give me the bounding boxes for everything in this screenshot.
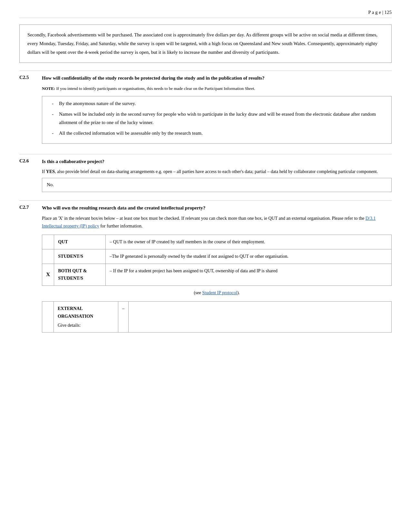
note-label: NOTE: (42, 86, 55, 91)
ip-table: QUT – QUT is the owner of IP created by … (42, 235, 392, 286)
both-desc-text: – If the IP for a student project has be… (110, 268, 277, 273)
both-checkbox: X (42, 264, 54, 286)
section-c2-5-note: NOTE: If you intend to identify particip… (42, 85, 392, 92)
section-c2-7-title: Who will own the resulting research data… (42, 204, 392, 212)
student-checkbox (42, 249, 54, 264)
bullet-box: - By the anonymous nature of the survey.… (42, 96, 392, 144)
ext-org-label-text: EXTERNAL ORGANISATION (58, 306, 93, 319)
ip-row-both: X BOTH QUT & STUDENT/S – If the IP for a… (42, 264, 392, 286)
collab-answer: No. (47, 182, 54, 187)
ip-row-student: STUDENT/S –The IP generated is personall… (42, 249, 392, 264)
collab-answer-box: No. (42, 178, 392, 192)
ext-org-dash: – (118, 302, 129, 333)
section-c2-7-content: Who will own the resulting research data… (42, 204, 392, 333)
section-c2-7: C2.7 Who will own the resulting research… (19, 200, 392, 333)
section-c2-5: C2.5 How will confidentiality of the stu… (19, 71, 392, 148)
bullet-dash-2: - (52, 110, 59, 127)
intro-paragraph-text: Secondly, Facebook advertisements will b… (27, 31, 384, 57)
bullet-text-3: All the collected information will be as… (59, 129, 385, 138)
ext-org-detail-cell[interactable] (129, 302, 392, 333)
both-x-mark: X (46, 271, 50, 277)
see-close: ). (237, 290, 240, 295)
student-ip-link[interactable]: Student IP protocol (202, 290, 237, 295)
collab-if: If (42, 169, 46, 174)
ext-org-row: EXTERNAL ORGANISATION Give details: – (42, 302, 392, 333)
see-open: (see (194, 290, 202, 295)
intro-paragraph-box: Secondly, Facebook advertisements will b… (19, 24, 392, 63)
bullet-dash-3: - (52, 129, 59, 138)
collab-yes: YES (46, 169, 55, 174)
give-details: Give details: (58, 322, 114, 329)
student-desc: –The IP generated is personally owned by… (106, 249, 392, 264)
ip-row-qut: QUT – QUT is the owner of IP created by … (42, 235, 392, 249)
qut-label-cell: QUT (54, 235, 106, 249)
bullet-text-1: By the anonymous nature of the survey. (59, 100, 385, 108)
both-label: BOTH QUT & STUDENT/S (58, 268, 87, 281)
ip-desc-1: Place an 'X' in the relevant box/es belo… (42, 216, 366, 221)
ext-org-label-cell: EXTERNAL ORGANISATION Give details: (54, 302, 118, 333)
bullet-text-2: Names will be included only in the secon… (59, 110, 385, 127)
qut-checkbox (42, 235, 54, 249)
section-c2-5-number: C2.5 (19, 74, 42, 148)
bullet-dash-1: - (52, 100, 59, 108)
student-label-cell: STUDENT/S (54, 249, 106, 264)
both-desc: – If the IP for a student project has be… (106, 264, 392, 286)
collab-rest: , also provide brief detail on data-shar… (55, 169, 378, 174)
bullet-item-2: - Names will be included only in the sec… (52, 110, 385, 127)
both-label-cell: BOTH QUT & STUDENT/S (54, 264, 106, 286)
student-label: STUDENT/S (58, 254, 83, 259)
section-c2-6-content: Is this a collaborative project? If YES,… (42, 158, 392, 195)
ip-description: Place an 'X' in the relevant box/es belo… (42, 215, 392, 230)
see-link-line: (see Student IP protocol). (42, 289, 392, 297)
ext-org-label: EXTERNAL ORGANISATION (58, 305, 114, 320)
page-number: P a g e | 125 (368, 10, 392, 15)
ext-org-checkbox (42, 302, 54, 333)
section-c2-6: C2.6 Is this a collaborative project? If… (19, 154, 392, 195)
bullet-item-3: - All the collected information will be … (52, 129, 385, 138)
page-wrapper: P a g e | 125 Secondly, Facebook adverti… (0, 0, 411, 532)
note-text: If you intend to identify participants o… (56, 86, 255, 91)
ext-org-table: EXTERNAL ORGANISATION Give details: – (42, 301, 392, 333)
page-header: P a g e | 125 (19, 10, 392, 18)
section-c2-5-content: How will confidentiality of the study re… (42, 74, 392, 148)
section-c2-5-title: How will confidentiality of the study re… (42, 74, 392, 82)
qut-desc: – QUT is the owner of IP created by staf… (106, 235, 392, 249)
collab-desc: If YES, also provide brief detail on dat… (42, 168, 392, 175)
qut-label: QUT (58, 239, 68, 244)
ip-desc-2: for further information. (99, 224, 143, 228)
section-c2-6-title: Is this a collaborative project? (42, 158, 392, 166)
section-c2-6-number: C2.6 (19, 158, 42, 195)
bullet-item-1: - By the anonymous nature of the survey. (52, 100, 385, 108)
section-c2-7-number: C2.7 (19, 204, 42, 333)
